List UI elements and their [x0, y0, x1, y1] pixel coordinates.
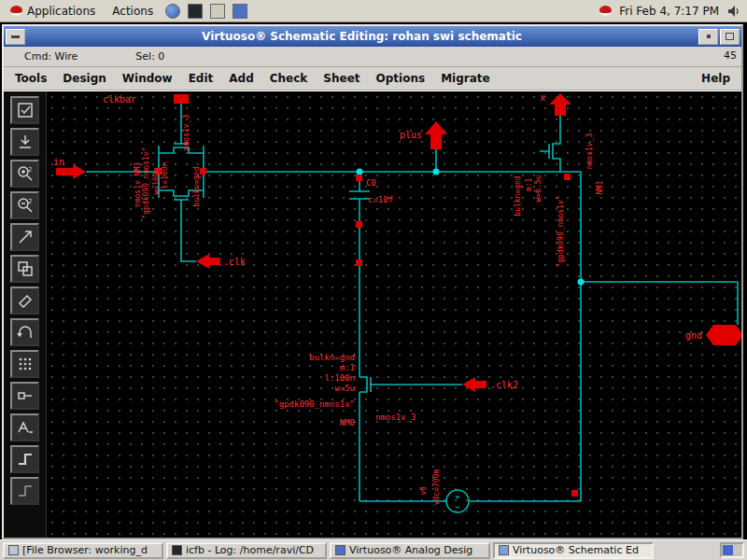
menu-help[interactable]: Help: [701, 72, 730, 85]
tgate-label[interactable]: l=100n: [161, 161, 169, 189]
vsource-plus-sign: +: [455, 492, 460, 501]
right-net-wire[interactable]: [581, 172, 738, 325]
tool-save-button[interactable]: [10, 128, 39, 156]
clock[interactable]: Fri Feb 4, 7:17 PM: [619, 5, 719, 18]
monitor-icon[interactable]: [233, 4, 247, 19]
nm0-name-label[interactable]: NM0: [340, 418, 355, 427]
tool-stretch-button[interactable]: [10, 223, 39, 251]
virtuoso-window: Virtuoso® Schematic Editing: rohan swi s…: [2, 24, 743, 539]
nm1-bulk-label[interactable]: bulkn=gnd: [514, 175, 522, 217]
nm0-m-label[interactable]: m:1: [340, 363, 355, 372]
web-browser-icon[interactable]: [165, 4, 180, 19]
nm1-m-label[interactable]: m:1: [525, 178, 533, 192]
taskbar-analog-design[interactable]: Virtuoso® Analog Desig: [330, 542, 490, 559]
titlebar[interactable]: Virtuoso® Schematic Editing: rohan swi s…: [4, 26, 741, 47]
menu-design[interactable]: Design: [63, 72, 106, 85]
top-panel: Applications Actions Fri Feb 4, 7:17 PM: [0, 0, 747, 22]
pin-clkbar-shape[interactable]: [174, 94, 189, 104]
pin-clk2-label[interactable]: .clk2: [490, 380, 518, 390]
selection-status: Sel: 0: [135, 50, 164, 63]
schematic-canvas[interactable]: + −: [47, 91, 741, 538]
terminal-square: [356, 175, 362, 181]
terminal-square: [564, 174, 571, 180]
nm0-model-label[interactable]: "gpdk090_nmos1v": [274, 399, 355, 409]
command-status: Cmd: Wire: [24, 50, 78, 63]
terminal-icon[interactable]: [188, 4, 203, 19]
nm1-name-label[interactable]: NM1: [596, 181, 604, 195]
menu-tools[interactable]: Tools: [15, 72, 47, 85]
minimize-button[interactable]: [698, 29, 718, 45]
pin-in-label[interactable]: in: [53, 157, 64, 167]
tool-pin-button[interactable]: [10, 382, 39, 410]
nm1-w-label[interactable]: w=6.5u: [534, 175, 543, 202]
pin-gnd-label[interactable]: gnd: [685, 330, 702, 341]
junction-dot: [578, 279, 585, 286]
applications-label: Applications: [27, 5, 95, 18]
nm0-symbol[interactable]: [359, 377, 462, 392]
window-menu-button[interactable]: [6, 29, 25, 45]
menu-window[interactable]: Window: [122, 72, 173, 85]
menu-check[interactable]: Check: [270, 72, 308, 85]
tool-check-button[interactable]: [10, 96, 39, 124]
menu-edit[interactable]: Edit: [189, 72, 214, 85]
taskbar-label: [File Browser: working_d: [22, 544, 148, 556]
nm1-symbol[interactable]: [540, 116, 560, 172]
menu-migrate[interactable]: Migrate: [441, 72, 490, 85]
tgate-label[interactable]: w=100n: [152, 167, 161, 194]
taskbar-schematic-editor[interactable]: Virtuoso® Schematic Ed: [493, 542, 654, 559]
junction-dot: [357, 169, 363, 175]
tool-instance-button[interactable]: [10, 350, 39, 378]
menu-sheet[interactable]: Sheet: [323, 72, 359, 85]
vsource-name-label[interactable]: v0: [419, 486, 428, 496]
alert-icon[interactable]: [599, 6, 612, 16]
taskbar-label: Virtuoso® Analog Desig: [349, 544, 472, 556]
check-icon: [16, 101, 35, 119]
maximize-button[interactable]: [720, 29, 740, 45]
taskbar-file-browser[interactable]: [File Browser: working_d: [3, 542, 163, 559]
tool-label-button[interactable]: [10, 413, 39, 441]
terminal-square: [356, 221, 362, 228]
capacitor-symbol[interactable]: [349, 172, 370, 377]
nm0-bulk-label[interactable]: bulkn=gnd: [309, 353, 355, 362]
pin-clk2-shape[interactable]: [462, 377, 486, 392]
nm1-model-label[interactable]: "gpdk090_nmos1v": [557, 195, 565, 267]
actions-menu[interactable]: Actions: [107, 3, 158, 20]
tgate-label[interactable]: pmos1v_3: [182, 115, 190, 151]
email-icon[interactable]: [210, 4, 225, 19]
tool-delete-button[interactable]: [10, 287, 39, 315]
tool-zoom-out-2-button[interactable]: 2: [10, 191, 39, 219]
tool-zoom-in-2-button[interactable]: 2: [10, 160, 39, 188]
menu-add[interactable]: Add: [229, 72, 253, 85]
pin-clk-label[interactable]: .clk: [223, 257, 246, 267]
taskbar-icfb-log[interactable]: icfb - Log: /home/ravi/CD: [166, 542, 327, 559]
tgate-label[interactable]: nmos1v NM3: [134, 162, 142, 207]
applications-menu[interactable]: Applications: [6, 3, 100, 20]
nm0-l-label[interactable]: l:100n: [324, 373, 355, 383]
pin-plus-label[interactable]: plus: [400, 130, 422, 140]
bottom-rail-wire[interactable]: [359, 282, 581, 501]
tool-wire-button[interactable]: [10, 445, 39, 473]
tool-wire-narrow-button[interactable]: [10, 477, 39, 505]
tool-copy-button[interactable]: [10, 255, 39, 283]
vsource-value-label[interactable]: vdc=700m: [432, 469, 441, 506]
workspace-thumbnail: [723, 545, 733, 555]
capacitor-value-label[interactable]: c=10f: [368, 195, 393, 204]
pin-clk-shape[interactable]: [196, 254, 220, 269]
nm1-cell-label[interactable]: nmos1v_3: [585, 133, 594, 170]
nm0-cell-label[interactable]: nmos1v_3: [375, 413, 416, 422]
pin-clkbar-label[interactable]: clkbar: [103, 94, 136, 105]
tgate-label[interactable]: "gpdk090_nmos1v": [142, 147, 150, 218]
undo-icon: [16, 323, 35, 342]
tgate-label[interactable]: bulkn=gnd: [192, 166, 201, 207]
tool-undo-button[interactable]: [10, 318, 39, 346]
capacitor-name-label[interactable]: C0: [366, 178, 376, 188]
pin-x-shape[interactable]: [549, 93, 571, 116]
workspace-switcher[interactable]: [720, 542, 744, 558]
pin-gnd-shape[interactable]: [706, 325, 741, 345]
menu-options[interactable]: Options: [376, 72, 426, 85]
pin-x-label[interactable]: x: [540, 92, 545, 103]
volume-icon[interactable]: [726, 4, 741, 19]
terminal-square: [356, 259, 362, 266]
pin-plus-shape[interactable]: [425, 121, 447, 149]
nm0-w-label[interactable]: w=5u: [334, 384, 355, 393]
